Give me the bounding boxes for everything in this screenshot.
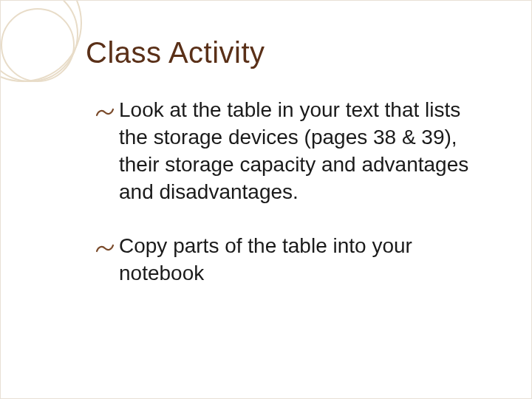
- swirl-bullet-icon: [95, 101, 115, 117]
- bullet-item: Copy parts of the table into your notebo…: [95, 233, 487, 287]
- bullet-text: Look at the table in your text that list…: [119, 98, 468, 203]
- bullet-item: Look at the table in your text that list…: [95, 97, 487, 206]
- slide-title: Class Activity: [86, 36, 265, 69]
- swirl-bullet-icon: [95, 237, 115, 253]
- bullet-text: Copy parts of the table into your notebo…: [119, 234, 412, 284]
- slide-content: Look at the table in your text that list…: [95, 97, 487, 314]
